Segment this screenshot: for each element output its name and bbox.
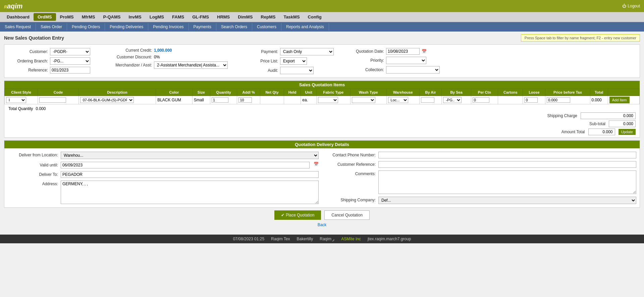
- nav-repms[interactable]: RepMS: [257, 13, 279, 21]
- row-by-sea-select[interactable]: -PG...: [443, 97, 462, 103]
- row-fabric-type-select[interactable]: [318, 97, 338, 103]
- col-held: Held: [284, 89, 301, 96]
- nav-proms[interactable]: ProMS: [56, 13, 78, 21]
- col-client-style: Client Style: [5, 89, 38, 96]
- col-by-sea: By Sea: [442, 89, 471, 96]
- subnav-pending-deliveries[interactable]: Pending Deliveries: [105, 23, 148, 31]
- nav-pqams[interactable]: P-QAMS: [99, 13, 124, 21]
- footer-company1: Raqim Tex: [271, 237, 290, 241]
- items-section-title: Sales Quotation Items: [4, 81, 640, 89]
- row-description-select[interactable]: 07-06-BLK-GUM-(S)-PGDR-1...: [80, 97, 134, 103]
- col-cartons: Cartons: [498, 89, 523, 96]
- priority-select[interactable]: [386, 57, 426, 64]
- row-loose-input[interactable]: [524, 97, 538, 103]
- subnav-search-orders[interactable]: Search Orders: [216, 23, 252, 31]
- nav-dimms[interactable]: DimMS: [234, 13, 257, 21]
- back-link[interactable]: Back: [4, 222, 640, 227]
- col-description: Description: [78, 89, 156, 96]
- footer-url: jtex.raqim.march7.group: [368, 237, 411, 241]
- customer-discount-label: Customer Discount:: [112, 55, 152, 59]
- subnav-sales-request[interactable]: Sales Request: [0, 23, 36, 31]
- subnav-reports[interactable]: Reports and Analysis: [281, 23, 329, 31]
- deliver-to-input[interactable]: [61, 171, 319, 178]
- shipping-company-select[interactable]: Def...: [378, 197, 636, 204]
- total-quantity-label: Total Quantity: [8, 106, 33, 111]
- current-credit-value: 1,000.000: [154, 48, 172, 53]
- price-list-select[interactable]: Export: [280, 57, 307, 65]
- customer-reference-input[interactable]: [378, 161, 636, 168]
- merchandizer-label: Merchandizer / Asst:: [112, 63, 152, 67]
- subnav-payments[interactable]: Payments: [189, 23, 216, 31]
- row-per-ctn-input[interactable]: [473, 97, 489, 103]
- deliver-from-select[interactable]: Warehou...: [61, 152, 319, 159]
- priority-label: Priority:: [344, 58, 384, 63]
- nav-glfms[interactable]: GL-FMS: [188, 13, 213, 21]
- footer-company3: Raqim ر: [320, 237, 334, 241]
- nav-invms[interactable]: InvMS: [124, 13, 145, 21]
- customer-reference-label: Customer Reference:: [325, 161, 376, 167]
- payment-label: Payment:: [238, 49, 278, 54]
- col-by-air: By Air: [419, 89, 442, 96]
- delivery-section-title: Quotation Delivery Details: [4, 141, 640, 148]
- add-item-button[interactable]: Add Item: [609, 97, 630, 103]
- ordering-branch-select[interactable]: -PG...: [50, 57, 90, 65]
- row-warehouse-select[interactable]: Loc...: [388, 97, 408, 103]
- comments-textarea[interactable]: [378, 170, 636, 194]
- nav-mfrms[interactable]: MfrMS: [78, 13, 99, 21]
- nav-ordms[interactable]: OrdMS: [34, 13, 56, 21]
- address-textarea[interactable]: GERMENY, , ,: [61, 181, 319, 204]
- reference-label: Reference:: [8, 68, 48, 72]
- logout-button[interactable]: ⏻ Logout: [622, 4, 640, 8]
- address-label: Address:: [8, 181, 58, 186]
- reference-input[interactable]: [50, 67, 90, 73]
- col-actions: [608, 89, 639, 96]
- subnav-customers[interactable]: Customers: [252, 23, 281, 31]
- quotation-date-input[interactable]: [386, 48, 420, 55]
- nav-fams[interactable]: FAMS: [168, 13, 188, 21]
- col-fabric-type: Fabric Type: [317, 89, 351, 96]
- col-net-qty: Net Qty: [260, 89, 284, 96]
- subnav-sales-order[interactable]: Sales Order: [36, 23, 67, 31]
- customer-select[interactable]: -PGDR-: [50, 48, 90, 55]
- valid-until-input[interactable]: [61, 162, 310, 168]
- subnav-pending-orders[interactable]: Pending Orders: [67, 23, 105, 31]
- ordering-branch-label: Ordering Branch:: [8, 59, 48, 63]
- cancel-quotation-button[interactable]: Cancel Quotation: [324, 210, 370, 220]
- deliver-to-label: Deliver To:: [8, 171, 58, 177]
- col-addl-pct: Addl %: [237, 89, 260, 96]
- nav-config[interactable]: Config: [304, 13, 326, 21]
- row-wash-type-select[interactable]: [352, 97, 375, 103]
- nav-logms[interactable]: LogMS: [146, 13, 168, 21]
- nav-taskms[interactable]: TaskMS: [279, 13, 304, 21]
- page-title: New Sales Quotation Entry: [4, 35, 64, 41]
- collection-select[interactable]: [386, 66, 440, 73]
- total-quantity-value: 0.000: [36, 106, 46, 111]
- nav-hrms[interactable]: HRMS: [213, 13, 234, 21]
- merchandizer-select[interactable]: 2-Assistant Merchandize| Assista...: [154, 61, 228, 69]
- calendar-icon-2[interactable]: 📅: [314, 162, 319, 166]
- row-by-air-input[interactable]: [421, 97, 434, 103]
- shipping-charge-input[interactable]: [581, 112, 636, 119]
- main-nav: Dashboard OrdMS ProMS MfrMS P-QAMS InvMS…: [0, 12, 644, 22]
- contact-phone-input[interactable]: [378, 152, 636, 158]
- amount-total-label: Amount Total: [561, 130, 585, 134]
- shipping-charge-label: Shipping Charge: [547, 113, 577, 118]
- row-addl-pct-input[interactable]: [238, 97, 252, 103]
- shipping-company-label: Shipping Company:: [325, 197, 376, 202]
- audit-select[interactable]: [280, 67, 314, 74]
- row-quantity-input[interactable]: [212, 97, 228, 103]
- update-button[interactable]: Update: [619, 129, 636, 135]
- app-logo: Raqim: [4, 2, 22, 10]
- row-price-input[interactable]: [547, 97, 570, 103]
- place-quotation-button[interactable]: ✔ Place Quotation: [274, 210, 321, 220]
- footer-datetime: 07/08/2023 01:25: [233, 237, 264, 241]
- current-credit-label: Current Credit:: [112, 48, 152, 53]
- col-color: Color: [156, 89, 193, 96]
- row-client-style-select[interactable]: I: [6, 97, 26, 103]
- row-size: Small: [194, 98, 204, 102]
- row-code-input[interactable]: [39, 97, 66, 103]
- calendar-icon[interactable]: 📅: [422, 49, 427, 54]
- nav-dashboard[interactable]: Dashboard: [3, 13, 34, 21]
- subnav-pending-invoices[interactable]: Pending Invoices: [148, 23, 189, 31]
- payment-select[interactable]: Cash Only: [280, 48, 334, 55]
